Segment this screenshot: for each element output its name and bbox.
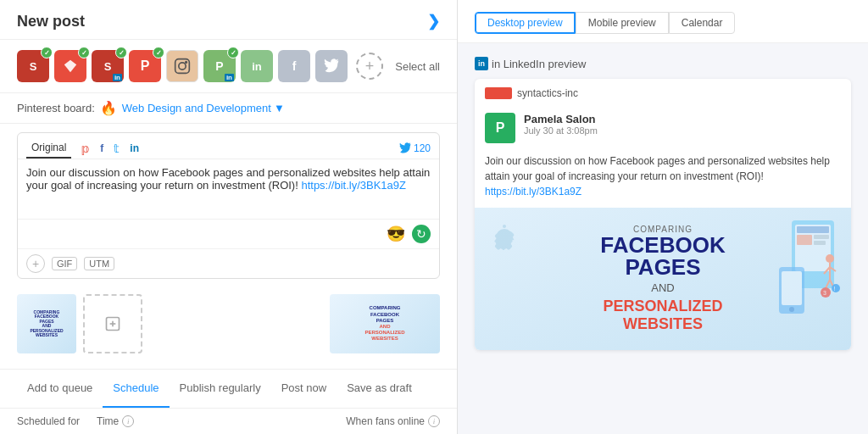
add-social-button[interactable]: + [356,53,383,80]
editor-tools: + GIF UTM [18,248,439,278]
scheduled-for-item: Scheduled for [17,415,80,427]
dropdown-chevron-icon: ▼ [274,102,285,114]
fans-online-item: When fans online i [346,415,440,427]
preview-label-text: in LinkedIn preview [492,58,586,70]
time-item: Time i [97,415,134,427]
preview-card-header: P Pamela Salon July 30 at 3:08pm [475,103,851,153]
scheduled-footer: Scheduled for Time i When fans online i [0,408,457,434]
linkedin-small-icon: in [475,57,488,70]
char-count-number: 120 [414,142,431,154]
social-icon-linkedin[interactable]: in [241,50,273,82]
pinterest-board-row: Pinterest board: 🔥 Web Design and Develo… [0,93,457,124]
char-count: 120 [399,142,431,154]
profile-avatar: P [485,113,515,143]
preview-platform-label: in in LinkedIn preview [475,57,851,70]
editor-link[interactable]: https://bit.ly/3BK1a9Z [301,179,406,192]
check-badge-4: ✓ [153,47,164,58]
svg-point-2 [179,63,186,70]
editor-actions: 😎 ↻ [18,219,439,248]
social-icon-instagram[interactable] [166,50,198,82]
check-badge-2: ✓ [78,47,90,58]
company-color-bar [485,87,512,99]
social-icon-s-facebook[interactable]: S ✓ [17,50,49,82]
preview-facebook-text: FACEBOOK PAGES [488,234,837,278]
preview-content: in in LinkedIn preview syntactics-inc P … [458,43,868,434]
preview-tabs: Desktop preview Mobile preview Calendar [475,12,735,34]
left-panel: New post ❯ S ✓ ✓ S in ✓ P ✓ [0,0,458,434]
tab-original[interactable]: Original [26,138,71,159]
editor-area: Original 𝕡 f 𝕥 in 120 Join our discussio… [17,132,440,279]
social-icon-facebook-gray[interactable]: f [278,50,310,82]
preview-card: syntactics-inc P Pamela Salon July 30 at… [475,79,851,350]
preview-and-text: AND [488,281,837,294]
pinterest-flame-icon: 🔥 [100,100,117,116]
header-chevron: ❯ [427,12,440,31]
profile-date: July 30 at 3:08pm [524,125,841,136]
tab-pinterest[interactable]: 𝕡 [81,142,90,155]
tab-save-as-draft[interactable]: Save as draft [337,370,422,408]
preview-image: COMPARING FACEBOOK PAGES AND PERSONALIZE… [475,208,851,350]
select-all-button[interactable]: Select all [395,60,440,73]
fans-info-icon: i [428,415,440,427]
time-label: Time [97,415,119,427]
thumbnails-row: COMPARINGFACEBOOKPAGESANDPERSONALIZEDWEB… [0,287,457,362]
fans-online-label: When fans online [346,415,425,427]
gif-button[interactable]: GIF [52,257,77,270]
emoji-button[interactable]: 😎 [387,225,405,243]
editor-tabs: Original 𝕡 f 𝕥 in 120 [18,133,439,159]
page-title: New post [17,13,85,31]
pinterest-board-label: Pinterest board: [17,102,95,114]
social-icon-twitter-gray[interactable] [315,50,348,82]
tab-schedule[interactable]: Schedule [103,370,169,408]
refresh-button[interactable]: ↻ [412,225,431,243]
tab-add-to-queue[interactable]: Add to queue [17,370,103,408]
social-icon-s-linkedin[interactable]: S in ✓ [92,50,124,82]
pinterest-board-value[interactable]: Web Design and Development ▼ [122,102,285,114]
svg-rect-1 [175,59,190,74]
bottom-tabs: Add to queue Schedule Publish regularly … [0,369,457,408]
social-icon-diamond[interactable]: ✓ [54,50,86,82]
social-icon-p-linkedin[interactable]: P in ✓ [203,50,236,82]
app-container: New post ❯ S ✓ ✓ S in ✓ P ✓ [0,0,868,434]
tab-desktop-preview[interactable]: Desktop preview [475,12,576,34]
utm-button[interactable]: UTM [84,257,114,270]
preview-text: Join our discussion on how Facebook page… [475,153,851,208]
svg-marker-0 [64,60,76,72]
thumbnail-2[interactable]: COMPARINGFACEBOOKPAGESANDPERSONALIZEDWEB… [330,294,440,353]
profile-name: Pamela Salon [524,113,841,125]
preview-post-link[interactable]: https://bit.ly/3BK1a9Z [485,186,581,198]
tab-mobile-preview[interactable]: Mobile preview [576,12,669,34]
page-header: New post ❯ [0,0,457,40]
right-panel: Desktop preview Mobile preview Calendar … [458,0,868,434]
thumbnail-add-button[interactable] [83,294,142,353]
social-icon-pinterest[interactable]: P ✓ [129,50,161,82]
scheduled-for-label: Scheduled for [17,415,80,427]
check-badge-3: ✓ [115,47,127,58]
editor-content: Join our discussion on how Facebook page… [18,159,439,219]
check-badge: ✓ [41,47,53,58]
company-name: syntactics-inc [517,87,578,99]
tab-post-now[interactable]: Post now [271,370,337,408]
svg-point-3 [186,62,187,64]
check-badge-6: ✓ [227,47,239,58]
tab-facebook[interactable]: f [100,142,103,154]
tab-calendar[interactable]: Calendar [669,12,736,34]
preview-personalized-text: PERSONALIZED WEBSITES [488,298,837,333]
tab-twitter[interactable]: 𝕥 [114,142,120,155]
preview-header: Desktop preview Mobile preview Calendar [458,0,868,43]
profile-info: Pamela Salon July 30 at 3:08pm [524,113,841,136]
thumbnail-1[interactable]: COMPARINGFACEBOOKPAGESANDPERSONALIZEDWEB… [17,294,76,353]
add-media-button[interactable]: + [26,254,45,273]
tab-publish-regularly[interactable]: Publish regularly [170,370,271,408]
social-icons-row: S ✓ ✓ S in ✓ P ✓ [0,40,457,93]
tab-linkedin[interactable]: in [130,142,139,154]
time-info-icon: i [122,415,134,427]
